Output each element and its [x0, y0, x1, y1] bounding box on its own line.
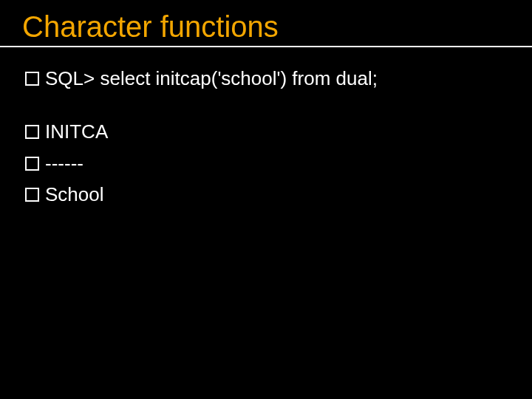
line-text: ------	[45, 149, 510, 178]
slide: Character functions SQL> select initcap(…	[0, 0, 532, 399]
content-line: ------	[25, 149, 510, 178]
square-bullet-icon	[25, 157, 39, 171]
square-bullet-icon	[25, 72, 39, 86]
blank-line	[25, 95, 510, 117]
line-text: School	[45, 180, 510, 209]
slide-title: Character functions	[22, 10, 532, 43]
square-bullet-icon	[25, 125, 39, 139]
line-text: INITCA	[45, 117, 510, 146]
content-line: INITCA	[25, 117, 510, 146]
slide-content: SQL> select initcap('school') from dual;…	[0, 64, 532, 209]
square-bullet-icon	[25, 188, 39, 202]
title-band: Character functions	[0, 0, 532, 47]
content-line: School	[25, 180, 510, 209]
line-text: SQL> select initcap('school') from dual;	[45, 64, 510, 93]
content-line: SQL> select initcap('school') from dual;	[25, 64, 510, 93]
